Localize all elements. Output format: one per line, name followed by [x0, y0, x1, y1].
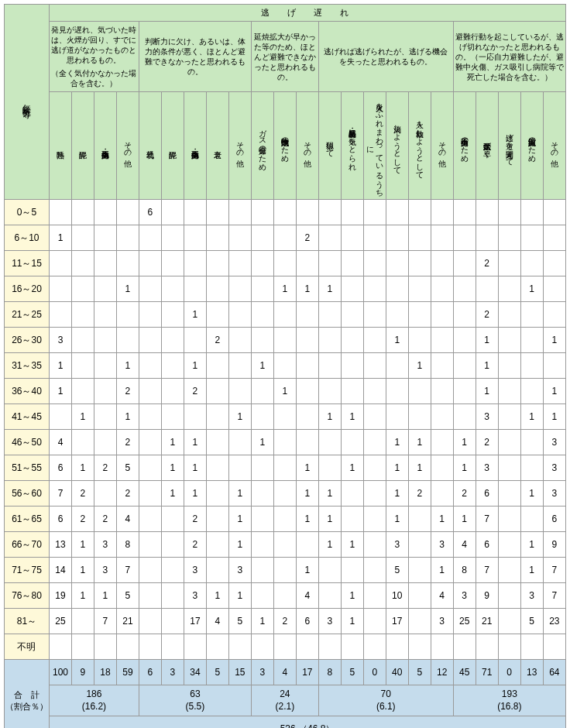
data-cell	[94, 430, 116, 455]
data-cell: 1	[161, 430, 184, 455]
data-cell: 1	[386, 455, 408, 481]
data-cell: 6	[476, 481, 498, 507]
col-header-11: その他	[296, 92, 318, 200]
data-cell: 1	[431, 507, 453, 532]
data-cell: 9	[476, 583, 498, 609]
data-cell	[543, 251, 565, 276]
data-cell	[363, 353, 386, 379]
data-cell: 7	[476, 558, 498, 583]
data-cell	[408, 558, 431, 583]
data-cell	[363, 404, 386, 430]
data-cell: 25	[49, 609, 71, 634]
row-label: 31～35	[5, 353, 50, 379]
data-cell: 9	[543, 532, 565, 558]
data-cell	[116, 634, 139, 660]
data-cell: 4	[296, 583, 318, 609]
data-cell: 23	[543, 609, 565, 634]
data-cell	[318, 328, 341, 353]
data-cell: 8	[116, 532, 139, 558]
data-cell	[363, 251, 386, 276]
data-cell	[139, 609, 161, 634]
data-cell	[341, 379, 363, 404]
data-cell: 3	[228, 558, 251, 583]
data-cell	[273, 507, 296, 532]
data-cell	[476, 200, 498, 225]
data-cell	[408, 328, 431, 353]
data-cell	[341, 430, 363, 455]
data-cell	[408, 302, 431, 328]
col-header-1: 泥酔	[71, 92, 94, 200]
data-cell	[251, 583, 273, 609]
row-label: 不明	[5, 634, 50, 660]
data-cell: 5	[386, 558, 408, 583]
row-label: 6～10	[5, 225, 50, 251]
data-cell	[498, 276, 520, 302]
col-header-21: 出入口施錠のため	[520, 92, 543, 200]
data-cell	[228, 353, 251, 379]
data-cell	[296, 634, 318, 660]
data-cell: 1	[520, 276, 543, 302]
data-cell: 5	[228, 609, 251, 634]
data-cell: 1	[296, 558, 318, 583]
data-cell	[520, 379, 543, 404]
data-cell: 2	[476, 302, 498, 328]
data-cell	[386, 251, 408, 276]
data-cell: 1	[408, 455, 431, 481]
data-cell: 2	[476, 251, 498, 276]
data-cell: 1	[228, 481, 251, 507]
data-cell: 1	[296, 276, 318, 302]
data-cell	[206, 404, 228, 430]
data-cell: 1	[341, 583, 363, 609]
data-cell	[139, 634, 161, 660]
data-cell: 7	[116, 558, 139, 583]
data-cell	[71, 634, 94, 660]
data-cell	[498, 379, 520, 404]
group-total-2: 24(2.1)	[251, 685, 318, 716]
data-cell	[161, 251, 184, 276]
data-cell	[161, 558, 184, 583]
data-cell	[431, 200, 453, 225]
data-cell: 1	[341, 455, 363, 481]
data-cell	[184, 634, 206, 660]
col-total: 3	[251, 660, 273, 685]
data-cell	[543, 276, 565, 302]
data-cell	[341, 634, 363, 660]
col-header-17: その他	[431, 92, 453, 200]
data-cell	[273, 353, 296, 379]
data-cell: 1	[251, 609, 273, 634]
data-cell	[363, 225, 386, 251]
data-cell	[520, 251, 543, 276]
data-cell	[228, 225, 251, 251]
data-cell	[49, 302, 71, 328]
data-cell	[49, 251, 71, 276]
col-total: 15	[228, 660, 251, 685]
data-cell	[453, 200, 476, 225]
data-cell: 2	[206, 328, 228, 353]
data-cell	[498, 609, 520, 634]
data-cell	[206, 200, 228, 225]
age-header: 年齢区分等	[21, 98, 32, 105]
data-cell: 2	[184, 532, 206, 558]
data-cell	[184, 225, 206, 251]
data-cell: 1	[184, 455, 206, 481]
data-cell	[139, 481, 161, 507]
data-cell	[139, 404, 161, 430]
col-total: 4	[273, 660, 296, 685]
data-cell	[139, 583, 161, 609]
data-cell: 3	[543, 430, 565, 455]
data-cell	[363, 276, 386, 302]
data-cell: 1	[273, 379, 296, 404]
data-cell	[363, 634, 386, 660]
row-label: 41～45	[5, 404, 50, 430]
data-cell	[228, 276, 251, 302]
data-cell	[71, 609, 94, 634]
data-cell	[341, 276, 363, 302]
data-cell	[251, 532, 273, 558]
data-cell	[386, 634, 408, 660]
data-cell: 21	[116, 609, 139, 634]
data-cell	[139, 507, 161, 532]
data-cell	[161, 583, 184, 609]
data-cell: 1	[296, 481, 318, 507]
data-cell: 3	[318, 609, 341, 634]
group-3: 逃げれば逃げられたが、逃げる機会を失ったと思われるもの。	[318, 22, 453, 92]
